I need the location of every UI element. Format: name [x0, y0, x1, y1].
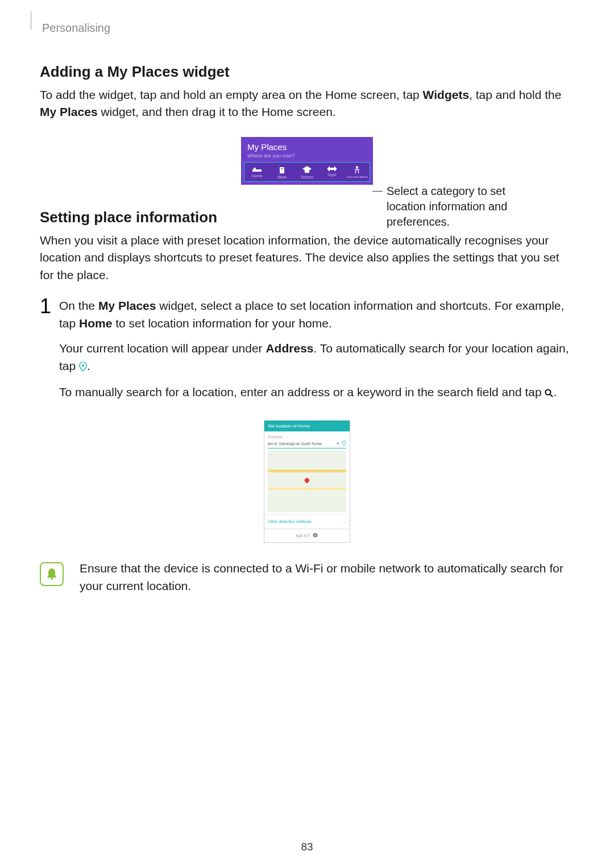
phone-address-row: am-si, Gyeonggi-do South Korea ✕ — [268, 441, 346, 448]
location-pin-icon — [79, 359, 87, 376]
text: . — [553, 385, 557, 398]
cat-label: Gym — [328, 173, 337, 177]
phone-other-methods[interactable]: Other detection methods ⌄ — [264, 514, 350, 529]
svg-point-10 — [356, 166, 358, 168]
cat-school[interactable]: School — [294, 164, 320, 180]
svg-rect-0 — [252, 169, 262, 172]
widget-subtitle: Where are you now? — [247, 153, 367, 159]
cat-label: Work — [277, 175, 287, 179]
text: , tap and hold the — [469, 88, 561, 101]
cat-label: Home — [252, 174, 263, 178]
location-pin-icon[interactable] — [342, 441, 346, 447]
phone-address-value: am-si, Gyeonggi-do South Korea — [268, 442, 334, 446]
step-1-para-1: On the My Places widget, select a place … — [59, 297, 574, 332]
phone-screen: Set location of Home Address am-si, Gyeo… — [264, 420, 350, 543]
search-icon — [545, 385, 553, 402]
text: To add the widget, tap and hold an empty… — [40, 88, 423, 101]
school-icon — [302, 166, 312, 174]
note-bell-icon — [40, 562, 64, 586]
step-1-para-2: Your current location will appear under … — [59, 340, 574, 376]
paragraph-add-widget: To add the widget, tap and hold an empty… — [40, 86, 574, 121]
text: widget, and then drag it to the Home scr… — [98, 105, 336, 118]
svg-point-14 — [313, 533, 318, 538]
widget-card: My Places Where are you now? Home Work S… — [241, 137, 373, 185]
note: Ensure that the device is connected to a… — [40, 560, 574, 595]
svg-rect-8 — [329, 167, 330, 171]
walking-icon — [354, 166, 360, 174]
step-1-para-3: To manually search for a location, enter… — [59, 384, 574, 402]
cat-out[interactable]: Out and about — [345, 164, 370, 180]
figure-location: Set location of Home Address am-si, Gyeo… — [40, 420, 574, 543]
text-bold-address: Address — [265, 342, 313, 355]
text-bold-myplaces: My Places — [40, 105, 98, 118]
text: . — [87, 359, 90, 372]
text: to set location information for your hom… — [112, 317, 331, 330]
phone-other-label: Other detection methods — [268, 520, 312, 524]
text: Your current location will appear under — [59, 342, 265, 355]
svg-point-15 — [51, 578, 53, 580]
step-1: 1 On the My Places widget, select a plac… — [40, 297, 574, 410]
phone-address-label: Address — [268, 435, 346, 439]
bed-icon — [252, 166, 262, 173]
dumbbell-icon — [327, 166, 337, 172]
widget-title: My Places — [247, 142, 367, 152]
building-icon — [278, 166, 286, 174]
figure-widget: My Places Where are you now? Home Work S… — [40, 137, 574, 185]
text-bold-widgets: Widgets — [423, 88, 469, 101]
cat-label: Out and about — [346, 175, 368, 178]
arrow-right-icon — [313, 533, 318, 539]
cat-home[interactable]: Home — [244, 164, 269, 180]
cat-work[interactable]: Work — [269, 164, 294, 180]
svg-point-12 — [546, 389, 551, 394]
widget-categories: Home Work School Gym Out and about — [244, 162, 370, 182]
svg-point-11 — [82, 364, 84, 367]
svg-rect-3 — [281, 168, 282, 169]
map-pin-icon — [304, 477, 310, 484]
cat-label: School — [301, 175, 313, 179]
phone-map — [268, 451, 346, 512]
cat-gym[interactable]: Gym — [320, 164, 345, 180]
page-number: 83 — [0, 841, 614, 853]
chevron-down-icon: ⌄ — [343, 520, 346, 524]
paragraph-setting-intro: When you visit a place with preset locat… — [40, 232, 574, 284]
text: To manually search for a location, enter… — [59, 385, 545, 398]
text-bold-myplaces: My Places — [98, 299, 156, 312]
phone-header: Set location of Home — [264, 421, 350, 431]
breadcrumb: Personalising — [42, 22, 574, 35]
svg-rect-4 — [283, 168, 284, 169]
svg-line-13 — [550, 394, 553, 397]
step-number: 1 — [40, 296, 59, 317]
callout-text: Select a category to set location inform… — [387, 184, 534, 230]
phone-next-label: NEXT — [296, 533, 310, 538]
svg-rect-2 — [280, 167, 284, 173]
phone-next-button[interactable]: NEXT — [264, 529, 350, 542]
svg-rect-6 — [305, 170, 309, 173]
svg-rect-1 — [254, 168, 256, 169]
note-text: Ensure that the device is connected to a… — [80, 560, 574, 595]
heading-add-widget: Adding a My Places widget — [40, 63, 574, 81]
svg-rect-9 — [334, 167, 335, 171]
text: On the — [59, 299, 98, 312]
text-bold-home: Home — [79, 317, 112, 330]
clear-icon[interactable]: ✕ — [336, 441, 340, 446]
callout-line — [372, 191, 383, 192]
